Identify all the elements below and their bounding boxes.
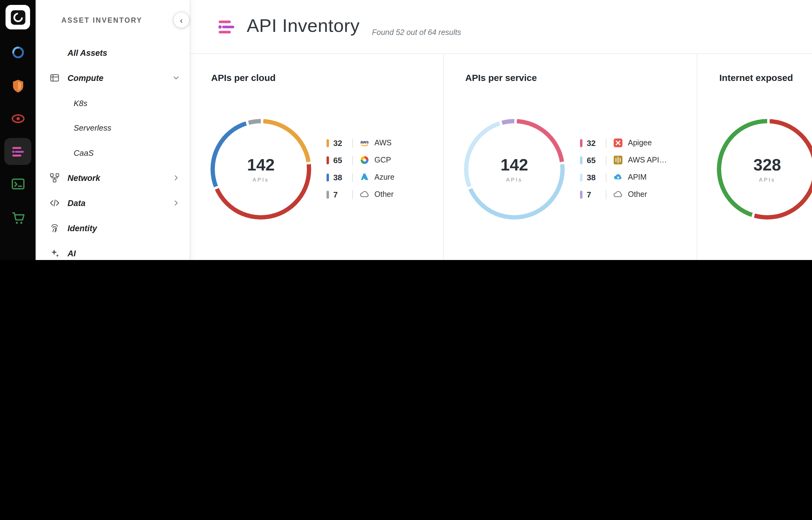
legend-item: 7Other [326, 188, 394, 201]
donut-center-value: 142 [247, 156, 275, 175]
legend-label: AWS API… [628, 156, 667, 164]
legend-divider [606, 138, 607, 148]
gcp-icon [359, 155, 370, 165]
legend-color-bar [580, 156, 583, 164]
chart-title: Internet exposed [719, 72, 793, 83]
legend-color-bar [580, 173, 583, 181]
legend-item: 38APIM [580, 171, 667, 183]
legend-item: 32awsAWS [326, 137, 394, 149]
sidebar-item-label: K8s [74, 98, 88, 108]
chevron-right-icon [172, 174, 180, 182]
rail-item-discovery-icon[interactable] [4, 38, 31, 66]
donut-center-label: APIs [759, 177, 776, 183]
legend-color-bar [326, 156, 329, 164]
donut-chart: 142APIs [464, 119, 565, 219]
sidebar-item-compute[interactable]: Compute [35, 66, 190, 90]
legend-label: AWS [374, 138, 392, 147]
legend-color-bar [326, 173, 329, 181]
legend-value: 7 [333, 190, 346, 199]
sidebar-item-all-assets[interactable]: All Assets [35, 41, 190, 65]
sidebar: ASSET INVENTORY ‹ All AssetsComputeK8sSe… [35, 0, 190, 260]
donut-center-label: APIs [252, 177, 269, 183]
legend-divider [352, 173, 353, 182]
chart-title: APIs per service [465, 72, 537, 83]
product-logo[interactable] [5, 5, 30, 29]
sidebar-item-caas[interactable]: CaaS [35, 140, 190, 165]
sidebar-item-k8s[interactable]: K8s [35, 91, 190, 115]
main-content: API Inventory Found 52 out of 64 results… [190, 0, 812, 260]
legend-color-bar [326, 190, 329, 198]
rail-item-cart-icon[interactable] [4, 204, 31, 231]
apigee-icon [613, 137, 623, 148]
legend-color-bar [580, 190, 583, 198]
sidebar-item-label: Data [68, 198, 85, 208]
donut-chart: 328APIs [717, 119, 812, 219]
app-root: ?IL› ASSET INVENTORY ‹ All AssetsCompute… [0, 0, 812, 260]
legend-label: GCP [374, 156, 391, 164]
legend-label: Apigee [628, 138, 652, 147]
chart-apis-per-service: APIs per service142APIs32Apigee65AWS API… [443, 54, 697, 260]
apim-icon [613, 172, 623, 183]
identity-icon [49, 223, 60, 234]
legend-item: 38Azure [326, 171, 394, 183]
legend-divider [352, 190, 353, 199]
chart-internet-exposed: Internet exposed328APIs [697, 54, 812, 260]
legend-divider [352, 138, 353, 148]
sidebar-title: ASSET INVENTORY [61, 17, 142, 24]
legend-divider [352, 155, 353, 165]
sidebar-item-serverless[interactable]: Serverless [35, 115, 190, 140]
api-logo-icon [216, 17, 237, 37]
sidebar-item-label: All Assets [68, 48, 107, 57]
sidebar-item-label: AI [68, 249, 76, 258]
donut-chart: 142APIs [211, 119, 311, 219]
sidebar-item-network[interactable]: Network [35, 165, 190, 190]
page-header: API Inventory Found 52 out of 64 results [190, 0, 812, 54]
legend-label: Azure [374, 173, 394, 182]
ai-icon [49, 248, 60, 259]
rail-item-eye-icon[interactable] [4, 105, 31, 132]
legend-divider [606, 190, 607, 199]
cloud-icon [359, 189, 370, 200]
sidebar-item-ai[interactable]: AI [35, 241, 190, 260]
donut-center-value: 142 [500, 156, 528, 175]
legend-value: 7 [587, 190, 600, 199]
chart-legend: 32awsAWS65GCP38Azure7Other [326, 137, 394, 201]
legend-divider [606, 173, 607, 182]
chevron-right-icon [172, 199, 180, 207]
rail-item-api-pink-icon[interactable] [4, 138, 31, 165]
charts-section: APIs per cloud142APIs32awsAWS65GCP38Azur… [190, 54, 812, 260]
results-count: Found 52 out of 64 results [372, 28, 461, 37]
azure-icon [359, 172, 370, 183]
sidebar-collapse-button[interactable]: ‹ [173, 12, 190, 28]
legend-item: 32Apigee [580, 137, 667, 149]
legend-label: Other [628, 190, 647, 199]
sidebar-item-identity[interactable]: Identity [35, 216, 190, 240]
legend-value: 32 [587, 138, 600, 148]
rail-item-shield-orange-icon[interactable] [4, 72, 31, 99]
sidebar-item-data[interactable]: Data [35, 191, 190, 215]
sidebar-item-label: Compute [68, 73, 103, 82]
legend-color-bar [580, 139, 583, 147]
rail-item-terminal-icon[interactable] [4, 171, 31, 198]
compute-icon [49, 72, 60, 83]
chart-title: APIs per cloud [211, 72, 276, 83]
aws-icon: aws [359, 137, 370, 148]
legend-value: 32 [333, 138, 346, 148]
chevron-down-icon [172, 74, 180, 82]
sidebar-item-label: CaaS [74, 148, 94, 157]
legend-value: 38 [587, 173, 600, 182]
chart-apis-per-cloud: APIs per cloud142APIs32awsAWS65GCP38Azur… [190, 54, 443, 260]
icon-rail: ?IL› [0, 0, 35, 260]
legend-value: 65 [587, 155, 600, 165]
code-icon [49, 198, 60, 208]
legend-divider [606, 155, 607, 165]
aws-api-icon [613, 155, 623, 165]
network-icon [49, 172, 60, 183]
cloud-icon [613, 189, 623, 200]
legend-value: 65 [333, 155, 346, 165]
legend-item: 65AWS API… [580, 154, 667, 166]
page-title: API Inventory [247, 15, 360, 36]
chart-legend: 32Apigee65AWS API…38APIM7Other [580, 137, 667, 201]
sidebar-item-label: Identity [68, 224, 97, 233]
sidebar-item-label: Network [68, 173, 100, 182]
